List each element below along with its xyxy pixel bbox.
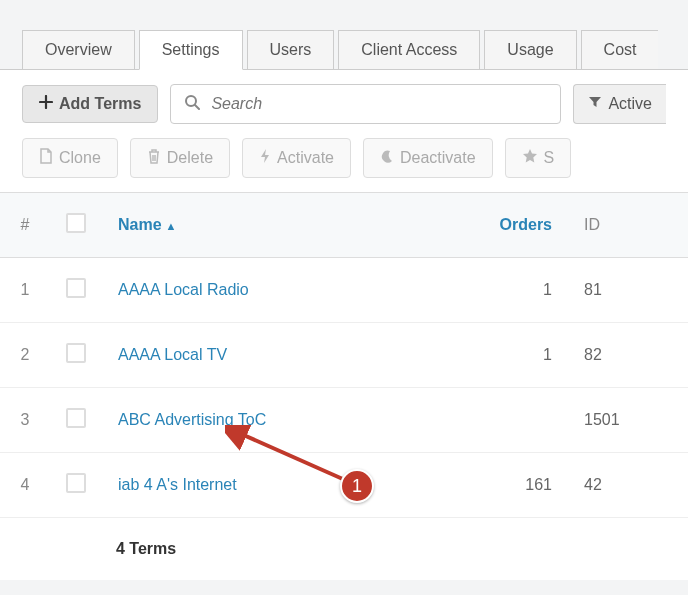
col-orders[interactable]: Orders [458, 193, 568, 258]
activate-button[interactable]: Activate [242, 138, 351, 178]
deactivate-button[interactable]: Deactivate [363, 138, 493, 178]
table-footer: 4 Terms [0, 518, 688, 580]
tab-cost[interactable]: Cost [581, 30, 659, 69]
delete-button[interactable]: Delete [130, 138, 230, 178]
row-orders: 1 [458, 258, 568, 323]
col-name[interactable]: Name▲ [102, 193, 458, 258]
row-orders: 161 [458, 453, 568, 518]
table-row: 2 AAAA Local TV 1 82 [0, 323, 688, 388]
table-header-row: # Name▲ Orders ID [0, 193, 688, 258]
deactivate-label: Deactivate [400, 149, 476, 167]
activate-label: Activate [277, 149, 334, 167]
row-id: 81 [568, 258, 688, 323]
row-orders [458, 388, 568, 453]
row-checkbox[interactable] [66, 278, 86, 298]
action-row: Clone Delete Activate Deactivate S [0, 138, 688, 192]
row-checkbox[interactable] [66, 343, 86, 363]
terms-table: # Name▲ Orders ID 1 AAAA Local Radio 1 8… [0, 192, 688, 518]
table-row: 3 ABC Advertising ToC 1501 [0, 388, 688, 453]
star-label: S [544, 149, 555, 167]
col-id: ID [568, 193, 688, 258]
add-terms-label: Add Terms [59, 95, 141, 113]
row-checkbox[interactable] [66, 473, 86, 493]
row-name-link[interactable]: iab 4 A's Internet [118, 476, 237, 493]
row-id: 1501 [568, 388, 688, 453]
tab-overview[interactable]: Overview [22, 30, 135, 69]
col-index: # [0, 193, 50, 258]
row-index: 1 [0, 258, 50, 323]
select-all-checkbox[interactable] [66, 213, 86, 233]
moon-icon [380, 149, 394, 167]
filter-active-label: Active [608, 95, 652, 113]
star-button[interactable]: S [505, 138, 572, 178]
search-input[interactable] [170, 84, 561, 124]
sort-asc-icon: ▲ [166, 220, 177, 232]
funnel-icon [588, 95, 602, 113]
search-wrap [170, 84, 561, 124]
filter-active-button[interactable]: Active [573, 84, 666, 124]
row-orders: 1 [458, 323, 568, 388]
delete-label: Delete [167, 149, 213, 167]
col-checkbox [50, 193, 102, 258]
clone-button[interactable]: Clone [22, 138, 118, 178]
tab-client-access[interactable]: Client Access [338, 30, 480, 69]
row-checkbox[interactable] [66, 408, 86, 428]
tab-settings[interactable]: Settings [139, 30, 243, 70]
col-name-label: Name [118, 216, 162, 233]
toolbar: Add Terms Active [0, 69, 688, 138]
row-name-link[interactable]: AAAA Local TV [118, 346, 227, 363]
bolt-icon [259, 148, 271, 168]
tabs-bar: Overview Settings Users Client Access Us… [0, 30, 688, 69]
search-icon [184, 94, 200, 114]
add-terms-button[interactable]: Add Terms [22, 85, 158, 123]
tab-usage[interactable]: Usage [484, 30, 576, 69]
trash-icon [147, 148, 161, 168]
row-name-link[interactable]: ABC Advertising ToC [118, 411, 266, 428]
row-index: 4 [0, 453, 50, 518]
clone-label: Clone [59, 149, 101, 167]
plus-icon [39, 95, 53, 113]
row-index: 3 [0, 388, 50, 453]
row-name-link[interactable]: AAAA Local Radio [118, 281, 249, 298]
tab-users[interactable]: Users [247, 30, 335, 69]
row-index: 2 [0, 323, 50, 388]
table-row: 4 iab 4 A's Internet 161 42 [0, 453, 688, 518]
results-count: 4 Terms [16, 540, 672, 558]
table-row: 1 AAAA Local Radio 1 81 [0, 258, 688, 323]
row-id: 82 [568, 323, 688, 388]
document-icon [39, 148, 53, 168]
star-icon [522, 148, 538, 168]
row-id: 42 [568, 453, 688, 518]
